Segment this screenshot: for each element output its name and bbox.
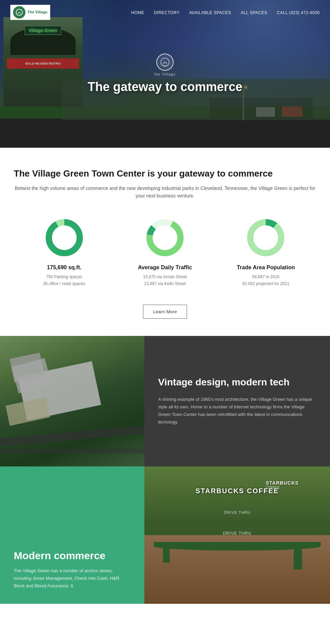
logo-text: The Village (28, 10, 47, 14)
learn-more-button[interactable]: Learn More (143, 305, 187, 319)
stat-population-detail: 58,897 in 2016 62,082 projected for 2021 (242, 273, 289, 287)
modern-text-block: Modern commerce The Village Green has a … (0, 466, 144, 604)
nav-directory[interactable]: DIRECTORY (154, 10, 180, 15)
vintage-text-block: Vintage design, modern tech A shining ex… (144, 336, 330, 466)
donut-population (245, 217, 286, 258)
stat-traffic-detail: 15,670 via Inman Street 13,897 via Keith… (143, 273, 187, 287)
stat-traffic-label: Average Daily Traffic (138, 264, 192, 271)
nav-home[interactable]: HOME (131, 10, 144, 15)
stat-population-label: Trade Area Population (237, 264, 295, 271)
modern-section: Modern commerce The Village Green has a … (0, 466, 330, 604)
stat-sqft: 175,690 sq.ft. 750 Parking spaces 35 off… (26, 217, 102, 287)
nav-available-spaces[interactable]: AVAILABLE SPACES (189, 10, 231, 15)
footer (0, 604, 330, 611)
stat-traffic: Average Daily Traffic 15,670 via Inman S… (127, 217, 203, 287)
hero-logo-circle: Village (156, 54, 174, 71)
stats-grid: 175,690 sq.ft. 750 Parking spaces 35 off… (14, 217, 316, 287)
modern-title: Modern commerce (14, 549, 131, 562)
hero-logo: Village the Village (88, 54, 242, 76)
hero-content: Village the Village The gateway to comme… (88, 54, 242, 94)
stats-subtext: Betwixt the high volume areas of commerc… (14, 184, 316, 200)
vintage-title: Vintage design, modern tech (158, 376, 316, 388)
modern-description: The Village Green has a number of anchor… (14, 567, 131, 590)
aerial-image (0, 336, 144, 466)
svg-text:Village: Village (163, 65, 168, 66)
svg-point-9 (250, 222, 281, 253)
nav-call[interactable]: CALL (423) 472-4000 (277, 10, 320, 15)
svg-point-5 (49, 222, 80, 253)
road-aerial-2 (0, 448, 144, 453)
starbucks-image: STARBUCKS COFFEE DRIVE THRU STARBUCKS CO… (144, 466, 330, 604)
vintage-description: A shining example of 1960's mod architec… (158, 396, 316, 426)
tree-1 (163, 542, 170, 563)
stats-section: The Village Green Town Center is your ga… (0, 148, 330, 336)
starbucks-2: STARBUCKS COFFEE (266, 480, 321, 489)
nav-all-spaces[interactable]: ALL SPACES (241, 10, 267, 15)
donut-traffic (144, 217, 186, 258)
stat-sqft-label: 175,690 sq.ft. (47, 264, 81, 271)
tree-2 (294, 542, 302, 569)
drive-thru-sign: DRIVE THRU (182, 510, 293, 515)
nav-links: HOME DIRECTORY AVAILABLE SPACES ALL SPAC… (131, 9, 320, 15)
main-nav: The Village HOME DIRECTORY AVAILABLE SPA… (0, 0, 330, 25)
hero-logo-text: the Village (88, 72, 242, 76)
donut-sqft (44, 217, 85, 258)
site-logo[interactable]: The Village (10, 5, 50, 20)
hero-title: The gateway to commerce (88, 80, 242, 94)
aerial-photo (0, 336, 144, 466)
stat-population: Trade Area Population 58,897 in 2016 62,… (228, 217, 304, 287)
stats-heading: The Village Green Town Center is your ga… (14, 168, 316, 179)
logo-icon (13, 6, 25, 19)
stat-sqft-detail: 750 Parking spaces 35 office / retail sp… (43, 273, 85, 287)
vintage-section: Vintage design, modern tech A shining ex… (0, 336, 330, 466)
